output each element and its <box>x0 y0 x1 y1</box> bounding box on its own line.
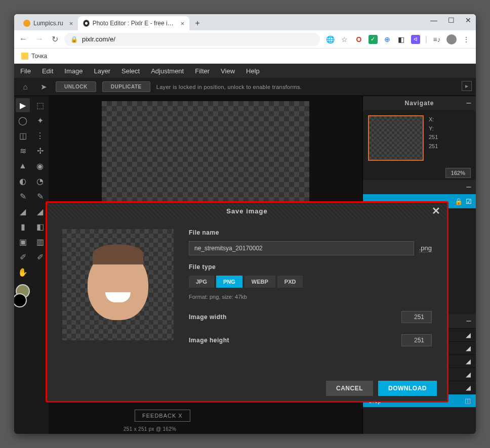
filetype-pxd[interactable]: PXD <box>277 276 303 288</box>
select-tool-icon[interactable]: ▶ <box>16 98 30 112</box>
ext-icon[interactable]: ✓ <box>369 35 378 44</box>
tab-close-icon[interactable]: × <box>69 20 73 27</box>
hand-tool-icon[interactable]: ✋ <box>16 265 30 279</box>
file-extension[interactable]: .png <box>419 244 432 252</box>
dodge-tool-icon[interactable]: ◐ <box>16 174 30 188</box>
lock-icon: 🔒 <box>70 36 78 43</box>
home-icon[interactable]: ⌂ <box>19 81 31 93</box>
bookmark-item[interactable]: Точка <box>31 53 47 60</box>
close-icon[interactable]: ✕ <box>465 16 472 24</box>
close-icon[interactable]: ✕ <box>432 205 441 217</box>
editor-app: File Edit Image Layer Select Adjustment … <box>14 64 476 434</box>
preview-face <box>88 249 148 320</box>
eraser-icon: ◢ <box>466 357 471 365</box>
toolbar: ⌂ ➤ UNLOCK DUPLICATE Layer is locked in … <box>14 78 476 96</box>
liquify-tool-icon[interactable]: ≋ <box>16 144 30 158</box>
menu-item[interactable]: Layer <box>94 67 111 75</box>
tool-icon[interactable]: ▥ <box>33 235 47 249</box>
collapse-icon[interactable]: − <box>466 182 472 193</box>
menu-item[interactable]: File <box>20 67 31 75</box>
ext-icon[interactable]: O <box>354 35 363 44</box>
menubar: File Edit Image Layer Select Adjustment … <box>14 64 476 78</box>
filetype-png[interactable]: PNG <box>216 276 242 288</box>
menu-item[interactable]: Image <box>64 67 83 75</box>
width-label: Image width <box>189 313 227 321</box>
marquee-tool-icon[interactable]: ⬚ <box>33 98 47 112</box>
crop-tool-icon[interactable]: ◫ <box>16 128 30 143</box>
unlock-button[interactable]: UNLOCK <box>56 81 96 92</box>
titlebar: Lumpics.ru × Photo Editor : Pixlr E - fr… <box>14 14 476 30</box>
browser-tab[interactable]: Lumpics.ru × <box>18 16 78 30</box>
menu-item[interactable]: Edit <box>42 67 53 75</box>
tab-close-icon[interactable]: × <box>181 20 185 27</box>
tool-icon[interactable]: ⋮ <box>33 128 47 143</box>
tool-icon[interactable]: ◉ <box>33 159 47 173</box>
new-tab-button[interactable]: + <box>191 17 203 29</box>
filename-input[interactable] <box>189 241 414 255</box>
translate-icon[interactable]: 🌐 <box>326 35 335 44</box>
width-input[interactable]: 251 <box>401 311 432 323</box>
menu-item[interactable]: Adjustment <box>151 67 184 75</box>
panel-toggle-icon[interactable]: ▸ <box>462 81 472 91</box>
dialog-title: Save image <box>226 207 268 215</box>
url-text: pixlr.com/e/ <box>82 35 115 43</box>
tool-icon[interactable]: ✐ <box>33 250 47 264</box>
ext-icon[interactable]: ᐊ <box>411 35 420 44</box>
clone-tool-icon[interactable]: ▣ <box>16 235 30 249</box>
browser-tab[interactable]: Photo Editor : Pixlr E - free image... × <box>78 16 189 30</box>
back-icon[interactable]: ← <box>19 34 27 44</box>
brush-tool-icon[interactable]: ▲ <box>16 159 30 173</box>
eyedropper-tool-icon[interactable]: ✐ <box>16 250 30 264</box>
menu-item[interactable]: Filter <box>195 67 210 75</box>
tool-icon[interactable]: ◧ <box>33 219 47 234</box>
wand-tool-icon[interactable]: ✦ <box>33 113 47 127</box>
menu-item[interactable]: Select <box>121 67 140 75</box>
nav-x-label: X: <box>429 115 438 124</box>
tool-icon[interactable]: ✎ <box>33 189 47 203</box>
image-preview <box>62 229 174 340</box>
collapse-icon[interactable]: − <box>466 316 472 327</box>
tool-icon[interactable]: ◢ <box>33 204 47 218</box>
zoom-value[interactable]: 162% <box>445 168 471 178</box>
menu-icon[interactable]: ⋮ <box>462 35 471 44</box>
download-button[interactable]: DOWNLOAD <box>378 381 437 396</box>
bookmarks-bar: Точка <box>14 49 476 64</box>
collapse-icon[interactable]: − <box>466 98 472 109</box>
panel-title: Navigate <box>404 100 434 107</box>
lock-icon[interactable]: 🔒 <box>455 198 463 205</box>
arrow-icon[interactable]: ➤ <box>37 81 50 93</box>
color-swatch[interactable] <box>14 293 27 307</box>
checkbox-icon[interactable]: ☑ <box>466 198 472 205</box>
tool-column-1: ▶ ◯ ◫ ≋ ▲ ◐ ✎ ◢ ▮ ▣ ✐ ✋ <box>14 96 31 434</box>
feedback-button[interactable]: FEEDBACK X <box>135 410 190 422</box>
maximize-icon[interactable]: ☐ <box>447 16 455 24</box>
lasso-tool-icon[interactable]: ◯ <box>16 113 30 127</box>
menu-item[interactable]: View <box>221 67 235 75</box>
duplicate-button[interactable]: DUPLICATE <box>102 81 150 92</box>
url-input[interactable]: 🔒 pixlr.com/e/ <box>64 33 320 46</box>
minimize-icon[interactable]: — <box>430 16 437 24</box>
eraser-tool-icon[interactable]: ◢ <box>16 204 30 218</box>
nav-thumbnail[interactable] <box>368 115 424 161</box>
menu-item[interactable]: Help <box>246 67 260 75</box>
ext-icon[interactable]: ⊕ <box>383 35 392 44</box>
format-info: Format: png, size: 47kb <box>189 294 432 300</box>
ext-icon[interactable]: ◧ <box>397 35 406 44</box>
forward-icon[interactable]: → <box>35 34 44 44</box>
tool-icon[interactable]: ✢ <box>33 144 47 158</box>
reading-list-icon[interactable]: ≡♪ <box>432 35 441 44</box>
tool-icon[interactable]: ◔ <box>33 174 47 188</box>
filetype-jpg[interactable]: JPG <box>189 276 214 288</box>
star-icon[interactable]: ☆ <box>340 35 349 44</box>
filetype-webp[interactable]: WEBP <box>244 276 275 288</box>
tab-title: Photo Editor : Pixlr E - free image... <box>93 20 175 27</box>
cancel-button[interactable]: CANCEL <box>326 381 373 396</box>
save-dialog: Save image ✕ File name .png File type JP… <box>46 201 448 402</box>
fill-tool-icon[interactable]: ▮ <box>16 219 30 234</box>
height-label: Image height <box>189 337 229 344</box>
profile-avatar[interactable] <box>446 34 457 44</box>
height-input[interactable]: 251 <box>401 334 432 346</box>
filename-label: File name <box>189 229 432 236</box>
reload-icon[interactable]: ↻ <box>52 34 58 44</box>
pen-tool-icon[interactable]: ✎ <box>16 189 30 203</box>
